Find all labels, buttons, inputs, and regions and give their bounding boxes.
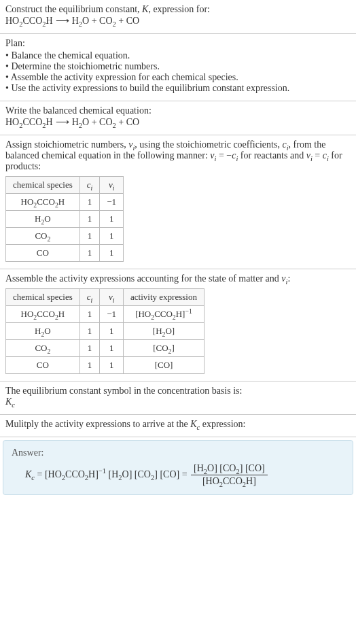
cell-nui: 1 [100,211,124,228]
cell-species: H2O [6,323,80,340]
table-row: CO2 1 1 [6,228,124,245]
col-ci: ci [79,177,100,194]
cell-nui: −1 [100,306,124,323]
cell-ci: 1 [79,323,100,340]
activity-table: chemical species ci νi activity expressi… [5,288,204,374]
plan-section: Plan: Balance the chemical equation. Det… [0,34,356,101]
cell-species: CO [6,245,80,262]
plan-item: Use the activity expressions to build th… [5,83,351,94]
fraction: [H2O] [CO2] [CO] [HO2CCO2H] [191,462,268,488]
cell-species: H2O [6,211,80,228]
table-row: HO2CCO2H 1 −1 [6,194,124,211]
symbol-section: The equilibrium constant symbol in the c… [0,382,356,415]
cell-nui: 1 [100,323,124,340]
fraction-numerator: [H2O] [CO2] [CO] [191,462,268,475]
cell-activity: [CO] [124,357,204,374]
answer-box: Answer: Kc = [HO2CCO2H]−1 [H2O] [CO2] [C… [3,440,353,495]
col-species: chemical species [6,289,80,306]
symbol-intro: The equilibrium constant symbol in the c… [5,386,351,396]
kc-symbol: Kc [5,396,351,407]
cell-nui: 1 [100,245,124,262]
cell-nui: −1 [100,194,124,211]
plan-item: Assemble the activity expression for eac… [5,72,351,83]
fraction-denominator: [HO2CCO2H] [191,475,268,488]
cell-activity: [H2O] [124,323,204,340]
cell-ci: 1 [79,340,100,357]
cell-ci: 1 [79,194,100,211]
cell-activity: [CO2] [124,340,204,357]
col-nui: νi [100,289,124,306]
cell-species: CO2 [6,340,80,357]
table-header-row: chemical species ci νi activity expressi… [6,289,204,306]
activity-intro: Assemble the activity expressions accoun… [5,273,351,284]
table-row: H2O 1 1 [6,211,124,228]
plan-title: Plan: [5,38,351,49]
col-species: chemical species [6,177,80,194]
table-row: CO 1 1 [CO] [6,357,204,374]
multiply-intro: Mulitply the activity expressions to arr… [5,419,351,430]
answer-expression: Kc = [HO2CCO2H]−1 [H2O] [CO2] [CO] = [H2… [12,462,344,488]
cell-activity: [HO2CCO2H]−1 [124,306,204,323]
cell-ci: 1 [79,228,100,245]
col-activity: activity expression [124,289,204,306]
cell-nui: 1 [100,357,124,374]
prompt-line: Construct the equilibrium constant, K, e… [5,4,351,15]
cell-species: CO [6,357,80,374]
activity-section: Assemble the activity expressions accoun… [0,269,356,382]
multiply-section: Mulitply the activity expressions to arr… [0,415,356,437]
stoich-section: Assign stoichiometric numbers, νi, using… [0,135,356,269]
cell-species: CO2 [6,228,80,245]
plan-list: Balance the chemical equation. Determine… [5,50,351,94]
balanced-section: Write the balanced chemical equation: HO… [0,101,356,135]
plan-item: Determine the stoichiometric numbers. [5,61,351,72]
table-row: CO 1 1 [6,245,124,262]
col-ci: ci [79,289,100,306]
stoich-intro: Assign stoichiometric numbers, νi, using… [5,139,351,172]
balanced-equation: HO2CCO2H⟶H2O + CO2 + CO [5,116,351,128]
prompt-section: Construct the equilibrium constant, K, e… [0,0,356,34]
cell-species: HO2CCO2H [6,306,80,323]
table-row: HO2CCO2H 1 −1 [HO2CCO2H]−1 [6,306,204,323]
plan-item: Balance the chemical equation. [5,50,351,61]
table-row: CO2 1 1 [CO2] [6,340,204,357]
col-nui: νi [100,177,124,194]
cell-ci: 1 [79,245,100,262]
table-header-row: chemical species ci νi [6,177,124,194]
balanced-title: Write the balanced chemical equation: [5,105,351,116]
table-row: H2O 1 1 [H2O] [6,323,204,340]
answer-label: Answer: [12,447,344,458]
reaction-equation: HO2CCO2H⟶H2O + CO2 + CO [5,15,351,27]
cell-nui: 1 [100,228,124,245]
cell-ci: 1 [79,357,100,374]
cell-nui: 1 [100,340,124,357]
cell-ci: 1 [79,306,100,323]
cell-species: HO2CCO2H [6,194,80,211]
cell-ci: 1 [79,211,100,228]
stoich-table: chemical species ci νi HO2CCO2H 1 −1 H2O… [5,176,124,262]
